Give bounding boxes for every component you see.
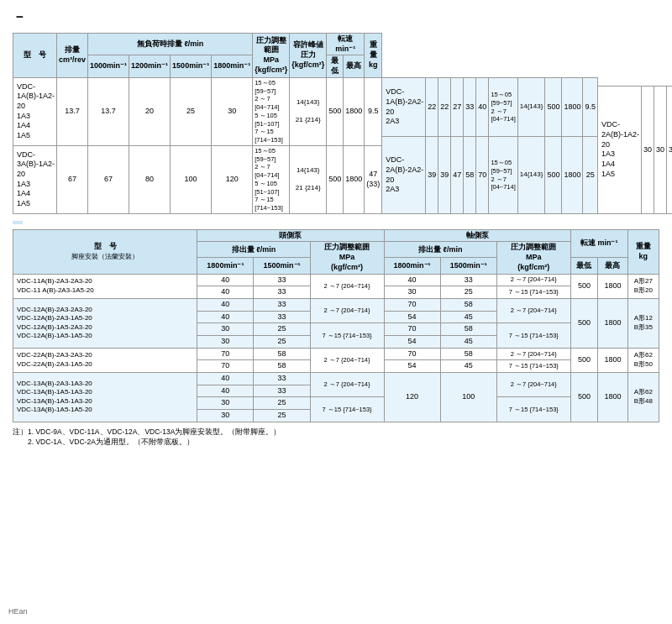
dp-speed-max: 最高 [598,258,627,274]
dp-head-flow-1800: 40 [197,298,254,311]
dp-speed-min: 500 [570,348,597,372]
dp-model-cell: VDC-12A(B)-2A3-2A3-20VDC-12A(B)-2A3-1A5-… [13,298,197,348]
dp-shaft-flow: 排出量 ℓ/min [384,242,496,258]
dp-shaft-flow-1800: 30 [384,286,440,299]
dp-shaft-pressure: 7 ～15 {714~153} [496,397,570,422]
col-speed: 転速 min⁻¹ [327,34,365,55]
sp-speed-max: 1800 [344,77,365,145]
dp-shaft-pressure: 2 ～7 {204~714} [496,348,570,360]
dp-shaft-flow-1500: 45 [440,360,496,373]
sp-flow-2: 33 [464,77,476,137]
sp-flow-1: 20 [129,77,171,145]
sp-weight: 9.5 [583,77,598,137]
sp-peak-pressure: 14{143} [517,137,545,213]
dp-head-flow-1500: 33 [254,373,310,385]
dp-head-flow-1800: 70 [197,360,254,373]
col-pressure-adj: 圧力調整範囲MPa{kgf/cm²} [253,34,290,78]
dp-head-flow-1500: 33 [254,385,310,397]
dp-col-shaft: 軸側泵 [384,229,570,242]
dp-shaft-pressure: 7 ～15 {714~153} [496,286,570,299]
sp-model-cell: VDC-1A(B)-1A2-201A31A41A5 [13,77,57,145]
dp-head-flow: 排出量 ℓ/min [197,242,310,258]
sp-flow-3: 70 [476,137,489,213]
sp-displacement: 39 [426,137,438,213]
dp-head-flow-1500: 25 [254,323,310,336]
dp-col-speed: 転速 min⁻¹ [570,229,627,258]
col-speed-1200: 1200min⁻¹ [129,55,171,77]
sp-displacement: 30 [641,87,654,214]
dp-head-flow-1500: 33 [254,286,310,299]
dp-head-pressure: 7 ～15 {714~153} [310,397,384,422]
dp-shaft-pressure: 2 ～7 {204~714} [496,274,570,286]
sp-flow-0: 22 [438,77,451,137]
dp-head-flow-1800: 30 [197,323,254,336]
sp-pressure-adj: 15～05 [59~57]2 ～7 [04~714] [489,137,517,213]
sp-flow-1: 80 [129,145,171,213]
sp-pressure-adj: 15～05 [59~57]2 ～7 [04~714] [489,77,517,137]
dp-speed-min: 500 [570,298,597,348]
title-dash: － [13,8,26,26]
col-flow: 無負荷時排量 ℓ/min [88,34,253,55]
sp-flow-1: 47 [451,137,464,213]
sp-flow-1: 36 [667,87,673,214]
dp-col-weight: 重量kg [627,229,659,274]
sp-peak-pressure: 14{143}21 {214} [290,145,327,213]
dp-model-cell: VDC-11A(B)-2A3-2A3-20VDC-11 A(B)-2A3-1A5… [13,274,197,298]
sp-model-cell: VDC-1A(B)-2A2-202A3 [382,77,426,137]
sp-peak-pressure: 14{143} [517,77,545,137]
dp-head-flow-1500: 25 [254,397,310,410]
notes: 注）1. VDC-9A、VDC-11A、VDC-12A、VDC-13A为脚座安装… [13,427,659,448]
dp-head-flow-1500: 25 [254,410,310,422]
dp-shaft-flow-1500: 58 [440,348,496,360]
dp-speed-min: 500 [570,274,597,298]
sp-flow-1: 27 [451,77,464,137]
col-peak-pressure: 容許峰値圧力{kgf/cm²} [290,34,327,78]
sp-flow-3: 120 [212,145,253,213]
dp-head-flow-1500: 33 [254,311,310,323]
dp-shaft-flow-1800: 70 [384,298,440,311]
dp-head-pressure: 7 ～15 {714~153} [310,323,384,348]
dp-shaft-flow-1500: 45 [440,335,496,348]
sp-flow-3: 40 [476,77,489,137]
dp-col-model: 型 号脚座安裝（法蘭安裝） [13,229,197,274]
sp-displacement: 67 [57,145,88,213]
dp-shaft-flow-1500: 58 [440,298,496,311]
sp-pressure-adj: 15～05 [59~57]2 ～7 [04~714]5 ～105 [51~107… [253,77,290,145]
dp-head-pressure: 2 ～7 {204~714} [310,274,384,298]
sp-speed-min: 500 [545,77,562,137]
sp-speed-max: 1800 [562,77,583,137]
dp-head-flow-1800: 40 [197,311,254,323]
col-displacement: 排量cm³/rev [57,34,88,78]
sp-weight: 47(33) [365,145,382,213]
sp-weight: 25 [583,137,598,213]
sp-displacement: 13.7 [57,77,88,145]
dp-head-pressure: 2 ～7 {204~714} [310,373,384,397]
dp-head-flow-1500: 25 [254,335,310,348]
dp-shaft-flow-1800: 54 [384,360,440,373]
sp-flow-2: 58 [464,137,476,213]
dp-head-pressure: 2 ～7 {204~714} [310,298,384,322]
sp-speed-max: 1800 [344,145,365,213]
col-speed-min: 最低 [327,55,344,77]
dp-shaft-pressure: 2 ～7 {204~714} [496,298,570,322]
dp-speed-max: 1800 [598,298,627,348]
footer-text: HEan [8,607,28,616]
dp-shaft-flow-1500: 100 [440,373,496,422]
sp-pressure-adj: 15～05 [59~57]2 ～7 [04~714]5 ～105 [51~107… [253,145,290,213]
dp-head-flow-1500: 33 [254,298,310,311]
dp-head-flow-1500: 33 [254,274,310,286]
dp-head-1800: 1800min⁻¹ [197,258,254,274]
note-line: 注）1. VDC-9A、VDC-11A、VDC-12A、VDC-13A为脚座安装… [13,427,659,438]
dp-shaft-flow-1800: 54 [384,311,440,323]
dp-weight: A形62B形48 [627,373,659,422]
sp-flow-0: 30 [654,87,666,214]
dp-head-flow-1500: 58 [254,360,310,373]
dp-head-flow-1800: 40 [197,373,254,385]
dp-col-head: 頭側泵 [197,229,384,242]
dp-speed-max: 1800 [598,348,627,372]
dp-shaft-pressure: 2 ～7 {204~714} [496,373,570,397]
dp-speed-max: 1800 [598,274,627,298]
dp-shaft-flow-1500: 45 [440,311,496,323]
dp-shaft-1500: 1500min⁻¹ [440,258,496,274]
col-speed-1500: 1500min⁻¹ [171,55,212,77]
